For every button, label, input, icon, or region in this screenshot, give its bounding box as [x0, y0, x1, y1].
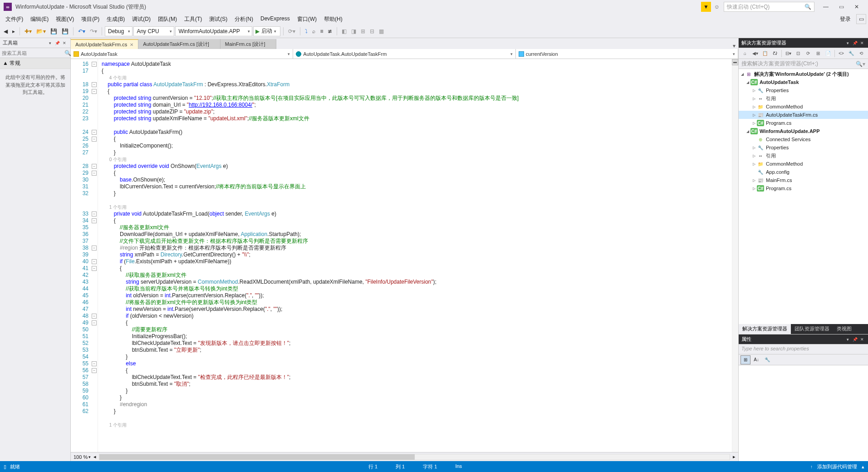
fold-toggle[interactable]: −	[92, 137, 97, 142]
extra5-button[interactable]: ▦	[377, 26, 386, 36]
tree-file[interactable]: 🔧App.config	[739, 168, 868, 176]
uncomment-button[interactable]: ≢	[326, 26, 334, 36]
account-icon[interactable]: ▭	[856, 14, 866, 24]
tree-folder[interactable]: ▷📁CommonMethod	[739, 103, 868, 111]
fold-toggle[interactable]: −	[92, 368, 97, 373]
properties-search-input[interactable]: Type here to search properties	[739, 344, 868, 354]
document-tab[interactable]: AutoUpdateTaskFrm.cs✕	[71, 39, 138, 49]
extra1-button[interactable]: ◧	[340, 26, 348, 36]
new-project-button[interactable]: ✚▾	[23, 26, 34, 36]
fold-toggle[interactable]: −	[92, 211, 97, 216]
tree-references[interactable]: ▷▪▪引用	[739, 94, 868, 103]
platform-combo[interactable]: Any CPU	[133, 26, 174, 36]
prop-wrench-button[interactable]: 🔧	[762, 355, 772, 364]
fold-toggle[interactable]: −	[92, 130, 97, 135]
pin-button[interactable]: ⟲	[857, 49, 866, 58]
fold-toggle[interactable]: −	[92, 259, 97, 264]
step-over-button[interactable]: ⤵	[303, 26, 309, 36]
menu-item[interactable]: 编辑(E)	[27, 14, 52, 25]
tab-overflow-button[interactable]: ▾	[730, 43, 738, 49]
back-button[interactable]: ◀▾	[750, 49, 760, 58]
tree-file[interactable]: ▷C#Program.cs	[739, 184, 868, 192]
code-editor[interactable]: namespace AutoUpdateTask{ 4 个引用 public p…	[98, 59, 732, 452]
document-tab[interactable]: MainFrm.cs [设计]✕	[221, 39, 277, 49]
menu-item[interactable]: 团队(M)	[154, 14, 181, 25]
sign-in-link[interactable]: 登录	[836, 14, 854, 25]
source-control-link[interactable]: 添加到源代码管理	[817, 463, 857, 470]
save-all-button[interactable]: 💾	[60, 26, 70, 36]
tree-file[interactable]: ▷📰MainFrm.cs	[739, 176, 868, 184]
panel-pin-icon[interactable]: 📌	[852, 336, 858, 343]
panel-dropdown-icon[interactable]: ▾	[47, 40, 53, 46]
feedback-icon[interactable]: ☺	[712, 2, 722, 12]
properties-button[interactable]: 📄	[824, 49, 833, 58]
extra3-button[interactable]: ⊞	[359, 26, 367, 36]
panel-close-icon[interactable]: ✕	[859, 336, 865, 343]
tree-folder[interactable]: ▷📁CommonMethod	[739, 160, 868, 168]
fold-toggle[interactable]: −	[92, 89, 97, 94]
menu-item[interactable]: 测试(S)	[206, 14, 231, 25]
home-button[interactable]: ⌂	[740, 49, 750, 58]
nav-class-combo[interactable]: AutoUpdateTask.AutoUpdateTaskFrm	[293, 49, 515, 59]
nav-member-combo[interactable]: currentVersion	[516, 49, 738, 59]
tree-references[interactable]: ▷▪▪引用	[739, 152, 868, 160]
sync-button[interactable]: 🗘	[770, 49, 780, 58]
tree-project[interactable]: ◢C#AutoUpdateTask	[739, 78, 868, 86]
comment-button[interactable]: ≡	[318, 26, 325, 36]
undo-button[interactable]: ↶▾	[76, 26, 87, 36]
panel-tab[interactable]: 解决方案资源管理器	[739, 324, 791, 334]
menu-item[interactable]: 调试(D)	[128, 14, 154, 25]
menu-item[interactable]: 帮助(H)	[320, 14, 346, 25]
zoom-combo[interactable]: 100 %▾	[74, 454, 91, 460]
categorized-button[interactable]: ⊞	[740, 355, 750, 364]
menu-item[interactable]: 生成(B)	[103, 14, 128, 25]
panel-pin-icon[interactable]: 📌	[852, 40, 858, 46]
fold-toggle[interactable]: −	[92, 164, 97, 169]
hscroll-right[interactable]: ▸	[733, 454, 736, 460]
code-button[interactable]: <>	[837, 49, 846, 58]
menu-item[interactable]: 视图(V)	[52, 14, 78, 25]
refresh-button[interactable]: ⟳	[804, 49, 813, 58]
fold-toggle[interactable]: −	[92, 266, 97, 271]
open-file-button[interactable]: 📂▾	[34, 26, 48, 36]
alphabetical-button[interactable]: A↓	[751, 355, 761, 364]
solution-search-input[interactable]: 搜索解决方案资源管理器(Ctrl+;) 🔍▾	[739, 59, 868, 69]
hscroll-left[interactable]: ◂	[93, 454, 96, 460]
panel-tab[interactable]: 团队资源管理器	[791, 324, 833, 334]
pending-changes-button[interactable]: 📋	[760, 49, 770, 58]
extra4-button[interactable]: ⊟	[368, 26, 376, 36]
menu-item[interactable]: 项目(P)	[78, 14, 103, 25]
fold-toggle[interactable]: −	[92, 320, 97, 325]
menu-item[interactable]: 文件(F)	[2, 14, 27, 25]
preview-button[interactable]: ⊞	[814, 49, 823, 58]
horizontal-scrollbar[interactable]	[99, 454, 730, 460]
minimize-button[interactable]: —	[818, 2, 834, 12]
vertical-scrollbar[interactable]: ▬	[732, 59, 738, 452]
fold-toggle[interactable]: −	[92, 82, 97, 87]
solution-config-combo[interactable]: Debug	[105, 26, 132, 36]
show-all-button[interactable]: ⊡	[794, 49, 803, 58]
fold-toggle[interactable]: −	[92, 218, 97, 223]
wrench-button[interactable]: 🔧	[847, 49, 856, 58]
toolbox-group-general[interactable]: ▲ 常规	[0, 58, 70, 69]
quick-launch-input[interactable]: 快速启动 (Ctrl+Q) 🔍	[724, 2, 814, 12]
panel-close-icon[interactable]: ✕	[859, 40, 865, 46]
publish-icon[interactable]: ↑	[810, 464, 813, 469]
document-tab[interactable]: AutoUpdateTaskFrm.cs [设计]✕	[138, 39, 221, 49]
tree-solution-root[interactable]: ◢⊞解决方案'WinformAutoUpdate' (2 个项目)	[739, 70, 868, 78]
menu-item[interactable]: 分析(N)	[231, 14, 257, 25]
fold-toggle[interactable]: −	[92, 171, 97, 176]
menu-item[interactable]: 窗口(W)	[294, 14, 320, 25]
panel-close-icon[interactable]: ✕	[61, 40, 68, 46]
panel-dropdown-icon[interactable]: ▾	[844, 40, 851, 46]
panel-tab[interactable]: 类视图	[833, 324, 855, 334]
menu-item[interactable]: DevExpress	[257, 14, 294, 25]
fold-toggle[interactable]: −	[92, 314, 97, 319]
find-button[interactable]: ⌕	[310, 26, 317, 36]
scm-dropdown[interactable]: ▴	[862, 464, 864, 470]
panel-dropdown-icon[interactable]: ▾	[844, 336, 851, 343]
tree-properties[interactable]: ▷🔧Properties	[739, 143, 868, 152]
fold-toggle[interactable]: −	[92, 246, 97, 251]
fold-toggle[interactable]: −	[92, 361, 97, 366]
tree-connected-services[interactable]: ⊕Connected Services	[739, 135, 868, 143]
